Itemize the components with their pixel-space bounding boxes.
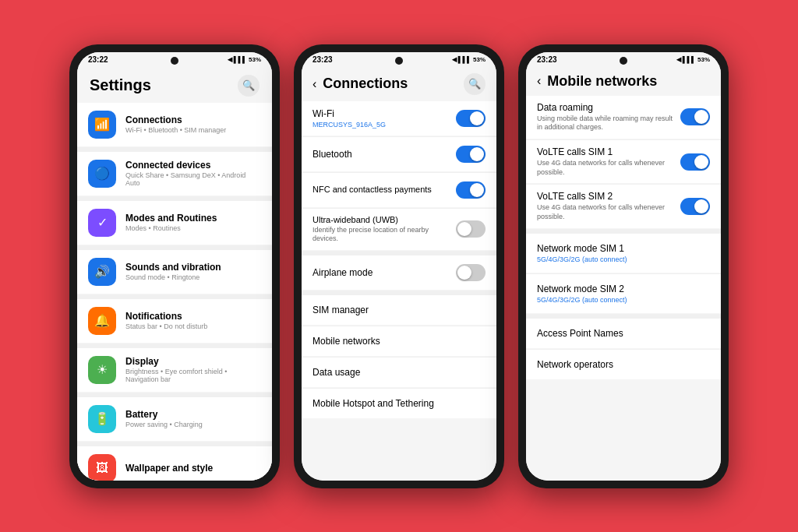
modes-name: Modes and Routines xyxy=(125,213,261,224)
camera-notch-3 xyxy=(620,57,627,65)
volte-sim1-name: VoLTE calls SIM 1 xyxy=(537,146,674,157)
mobile-networks-title: Mobile networks xyxy=(547,73,710,90)
data-roaming-item[interactable]: Data roaming Using mobile data while roa… xyxy=(526,96,721,139)
display-sub: Brightness • Eye comfort shield • Naviga… xyxy=(125,368,261,383)
phone2: 23:23 ◀ ▌▌▌ 53% ‹ Connections 🔍 Wi-Fi ME… xyxy=(294,44,504,488)
connections-header: ‹ Connections 🔍 xyxy=(302,65,496,101)
notifications-icon: 🔔 xyxy=(88,307,116,335)
mobile-networks-list: Data roaming Using mobile data while roa… xyxy=(526,96,721,481)
modes-sub: Modes • Routines xyxy=(125,224,261,232)
wallpaper-icon: 🖼 xyxy=(88,454,116,481)
wifi-toggle[interactable] xyxy=(456,110,486,127)
phone3-shell: 23:23 ◀ ▌▌▌ 53% ‹ Mobile networks Data r… xyxy=(518,44,729,488)
volte-sim2-item[interactable]: VoLTE calls SIM 2 Use 4G data networks f… xyxy=(526,185,721,227)
modes-icon: ✓ xyxy=(88,209,116,237)
airplane-toggle[interactable] xyxy=(456,264,486,281)
search-button[interactable]: 🔍 xyxy=(238,75,260,97)
status-icons-1: ◀ ▌▌▌ 53% xyxy=(228,56,261,63)
data-usage-item[interactable]: Data usage xyxy=(302,358,496,387)
settings-item-connected-devices[interactable]: 🔵 Connected devices Quick Share • Samsun… xyxy=(77,152,272,196)
volte-sim2-name: VoLTE calls SIM 2 xyxy=(537,191,674,202)
phone2-content: ‹ Connections 🔍 Wi-Fi MERCUSYS_916A_5G xyxy=(302,65,496,481)
settings-item-notifications[interactable]: 🔔 Notifications Status bar • Do not dist… xyxy=(77,299,272,343)
phone2-shell: 23:23 ◀ ▌▌▌ 53% ‹ Connections 🔍 Wi-Fi ME… xyxy=(294,44,504,488)
phone1-screen: 23:22 ◀ ▌▌▌ 53% Settings 🔍 📶 Connections… xyxy=(77,52,272,481)
notifications-sub: Status bar • Do not disturb xyxy=(125,322,261,330)
sounds-sub: Sound mode • Ringtone xyxy=(125,273,261,281)
network-mode-sim1-item[interactable]: Network mode SIM 1 5G/4G/3G/2G (auto con… xyxy=(526,234,721,273)
volte-sim2-text: VoLTE calls SIM 2 Use 4G data networks f… xyxy=(537,191,680,221)
phone1-shell: 23:22 ◀ ▌▌▌ 53% Settings 🔍 📶 Connections… xyxy=(69,44,280,488)
settings-header: Settings 🔍 xyxy=(77,65,272,103)
settings-item-wallpaper[interactable]: 🖼 Wallpaper and style xyxy=(77,446,272,481)
volte-sim2-sub: Use 4G data networks for calls whenever … xyxy=(537,203,674,221)
bluetooth-toggle[interactable] xyxy=(456,146,486,163)
uwb-sub: Identify the precise location of nearby … xyxy=(312,226,456,244)
phone1-content: Settings 🔍 📶 Connections Wi-Fi • Bluetoo… xyxy=(77,65,272,481)
settings-notifications-text: Notifications Status bar • Do not distur… xyxy=(125,311,261,330)
nfc-item[interactable]: NFC and contactless payments xyxy=(302,173,496,207)
network-mode-sim2-name: Network mode SIM 2 xyxy=(537,284,710,294)
network-mode-sim1-sub: 5G/4G/3G/2G (auto connect) xyxy=(537,255,710,263)
connections-name: Connections xyxy=(125,115,261,125)
settings-item-modes[interactable]: ✓ Modes and Routines Modes • Routines xyxy=(77,201,272,245)
wifi-text: Wi-Fi MERCUSYS_916A_5G xyxy=(312,108,456,129)
bluetooth-text: Bluetooth xyxy=(312,149,456,160)
sim-manager-item[interactable]: SIM manager xyxy=(302,295,496,325)
sounds-icon: 🔊 xyxy=(88,258,116,286)
settings-modes-text: Modes and Routines Modes • Routines xyxy=(125,213,261,232)
mobile-networks-header: ‹ Mobile networks xyxy=(526,65,721,96)
sounds-name: Sounds and vibration xyxy=(125,262,261,273)
nfc-name: NFC and contactless payments xyxy=(312,184,456,195)
settings-item-connections[interactable]: 📶 Connections Wi-Fi • Bluetooth • SIM ma… xyxy=(77,103,272,146)
connected-devices-name: Connected devices xyxy=(125,160,261,171)
wallpaper-name: Wallpaper and style xyxy=(125,463,261,474)
settings-item-battery[interactable]: 🔋 Battery Power saving • Charging xyxy=(77,397,272,441)
airplane-item[interactable]: Airplane mode xyxy=(302,255,496,290)
battery-sub: Power saving • Charging xyxy=(125,421,261,428)
volte-sim1-text: VoLTE calls SIM 1 Use 4G data networks f… xyxy=(537,146,680,177)
mobile-networks-item[interactable]: Mobile networks xyxy=(302,326,496,356)
connections-icon: 📶 xyxy=(88,111,116,139)
settings-item-display[interactable]: ☀ Display Brightness • Eye comfort shiel… xyxy=(77,348,272,392)
battery-icon: 🔋 xyxy=(88,405,116,433)
nfc-toggle[interactable] xyxy=(456,181,486,199)
airplane-text: Airplane mode xyxy=(312,267,456,278)
status-time-3: 23:23 xyxy=(537,55,557,64)
data-roaming-toggle[interactable] xyxy=(680,108,710,125)
data-roaming-text: Data roaming Using mobile data while roa… xyxy=(537,102,680,132)
bluetooth-name: Bluetooth xyxy=(312,149,456,160)
volte-sim2-toggle[interactable] xyxy=(680,198,710,215)
connected-devices-icon: 🔵 xyxy=(88,160,116,188)
access-point-name: Access Point Names xyxy=(537,328,710,339)
volte-sim1-toggle[interactable] xyxy=(680,153,710,171)
status-icons-3: ◀ ▌▌▌ 53% xyxy=(676,56,710,63)
connections-list: Wi-Fi MERCUSYS_916A_5G Bluetooth xyxy=(302,101,496,481)
wifi-item[interactable]: Wi-Fi MERCUSYS_916A_5G xyxy=(302,101,496,136)
back-button-3[interactable]: ‹ xyxy=(537,74,541,88)
data-roaming-name: Data roaming xyxy=(537,102,674,113)
network-operators-name: Network operators xyxy=(537,359,710,370)
access-point-item[interactable]: Access Point Names xyxy=(526,319,721,348)
display-name: Display xyxy=(125,356,261,367)
wifi-name: Wi-Fi xyxy=(312,108,456,119)
network-mode-sim1-name: Network mode SIM 1 xyxy=(537,243,710,254)
back-button-2[interactable]: ‹ xyxy=(312,77,316,91)
data-usage-name: Data usage xyxy=(312,367,486,378)
network-operators-item[interactable]: Network operators xyxy=(526,350,721,379)
volte-sim1-item[interactable]: VoLTE calls SIM 1 Use 4G data networks f… xyxy=(526,140,721,183)
settings-title: Settings xyxy=(90,76,151,94)
settings-item-sounds[interactable]: 🔊 Sounds and vibration Sound mode • Ring… xyxy=(77,250,272,294)
settings-sounds-text: Sounds and vibration Sound mode • Ringto… xyxy=(125,262,261,281)
bluetooth-item[interactable]: Bluetooth xyxy=(302,137,496,171)
settings-list: 📶 Connections Wi-Fi • Bluetooth • SIM ma… xyxy=(77,103,272,481)
connections-sub: Wi-Fi • Bluetooth • SIM manager xyxy=(125,126,261,134)
status-icons-2: ◀ ▌▌▌ 53% xyxy=(452,56,486,63)
settings-wallpaper-text: Wallpaper and style xyxy=(125,463,261,474)
uwb-toggle[interactable] xyxy=(456,220,486,238)
connections-search-button[interactable]: 🔍 xyxy=(464,73,486,95)
hotspot-item[interactable]: Mobile Hotspot and Tethering xyxy=(302,389,496,418)
uwb-item[interactable]: Ultra-wideband (UWB) Identify the precis… xyxy=(302,209,496,250)
uwb-name: Ultra-wideband (UWB) xyxy=(312,215,456,224)
network-mode-sim2-item[interactable]: Network mode SIM 2 5G/4G/3G/2G (auto con… xyxy=(526,274,721,313)
